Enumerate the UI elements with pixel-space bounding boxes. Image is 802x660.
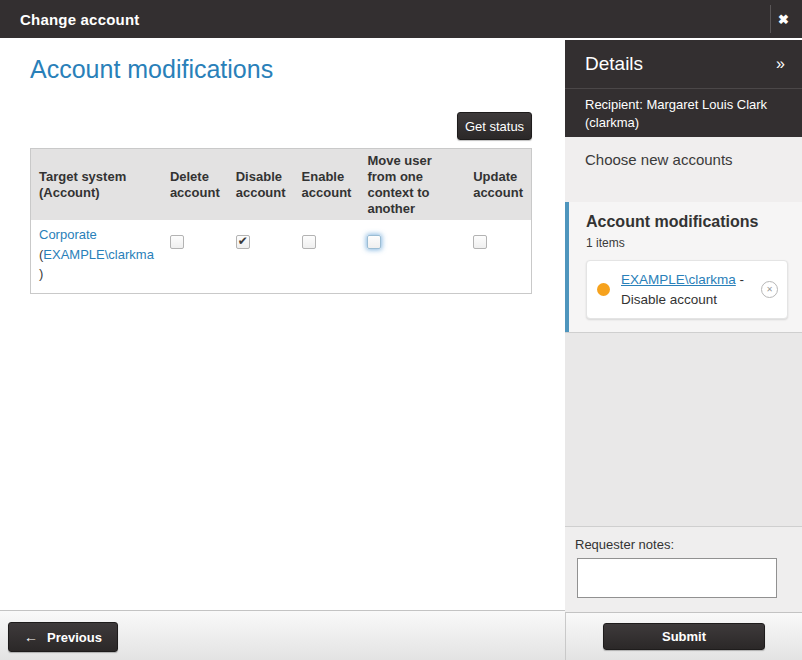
update-account-checkbox[interactable] (473, 235, 487, 249)
enable-account-checkbox[interactable] (302, 235, 316, 249)
title-bar: Change account ✖ (0, 0, 802, 38)
sidebar-footer: Submit (565, 612, 802, 660)
requester-notes-input[interactable] (577, 558, 777, 598)
arrow-left-icon: ← (24, 629, 38, 645)
requester-notes-label: Requester notes: (575, 537, 802, 552)
previous-button[interactable]: ←Previous (8, 622, 118, 652)
modification-list-item: EXAMPLE\clarkma - Disable account ✕ (586, 260, 788, 319)
remove-item-icon[interactable]: ✕ (761, 281, 778, 298)
page-title: Account modifications (30, 55, 273, 84)
account-modifications-panel: Account modifications 1 items EXAMPLE\cl… (565, 202, 802, 332)
disable-account-cell (228, 220, 294, 293)
delete-account-checkbox[interactable] (170, 235, 184, 249)
status-dot-icon (597, 283, 610, 296)
target-system-cell: Corporate (EXAMPLE\clarkma ) (31, 220, 162, 293)
enable-account-cell (294, 220, 360, 293)
column-header-update-account: Update account (465, 149, 531, 221)
table-header-row: Target system (Account) Delete account D… (31, 149, 532, 221)
column-header-disable-account: Disable account (228, 149, 294, 221)
modification-account-link[interactable]: EXAMPLE\clarkma (621, 272, 736, 287)
choose-new-accounts-heading: Choose new accounts (565, 137, 802, 202)
disable-account-checkbox[interactable] (236, 235, 250, 249)
column-header-move-user: Move user from one context to another (359, 149, 465, 221)
move-user-checkbox[interactable] (367, 235, 381, 249)
chevron-double-right-icon[interactable]: » (776, 55, 785, 73)
previous-button-label: Previous (47, 630, 102, 645)
close-icon[interactable]: ✖ (771, 0, 796, 38)
details-sidebar: Details » Recipient: Margaret Louis Clar… (565, 40, 802, 660)
column-header-target-system: Target system (Account) (31, 149, 162, 221)
window-title: Change account (20, 11, 139, 28)
modifications-panel-title: Account modifications (586, 213, 788, 231)
account-paren-close: ) (39, 266, 43, 281)
main-content: Account modifications Get status Target … (0, 38, 565, 610)
details-title: Details (585, 53, 643, 75)
get-status-button[interactable]: Get status (457, 112, 532, 140)
submit-button[interactable]: Submit (603, 623, 765, 650)
target-system-link[interactable]: Corporate (39, 227, 97, 242)
update-account-cell (465, 220, 531, 293)
move-user-cell (359, 220, 465, 293)
sidebar-spacer (565, 332, 802, 527)
details-header: Details » (565, 40, 802, 88)
main-footer: ←Previous (0, 610, 565, 660)
account-modifications-table: Target system (Account) Delete account D… (30, 148, 532, 294)
column-header-delete-account: Delete account (162, 149, 228, 221)
account-link[interactable]: EXAMPLE\clarkma (43, 247, 154, 262)
recipient-info: Recipient: Margaret Louis Clark (clarkma… (565, 88, 802, 137)
delete-account-cell (162, 220, 228, 293)
column-header-enable-account: Enable account (294, 149, 360, 221)
modification-item-text: EXAMPLE\clarkma - Disable account (621, 270, 755, 309)
table-row: Corporate (EXAMPLE\clarkma ) (31, 220, 532, 293)
requester-notes-section: Requester notes: (565, 527, 802, 612)
modifications-count: 1 items (586, 236, 788, 250)
